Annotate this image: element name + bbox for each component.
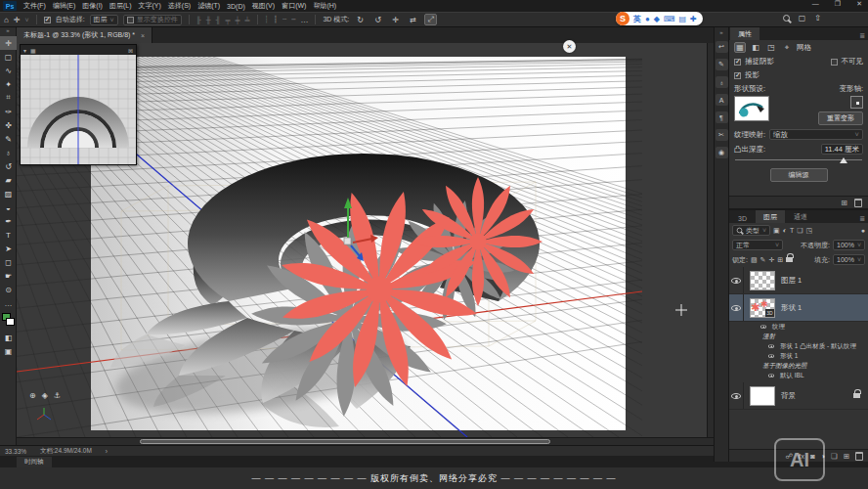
filter-smartobject-icon[interactable]: ◳ bbox=[806, 227, 813, 235]
opacity-dropdown[interactable]: 100%˅ bbox=[833, 240, 865, 250]
blend-mode-dropdown[interactable]: 正常˅ bbox=[732, 240, 783, 250]
deform-icon[interactable]: ◧ bbox=[750, 42, 761, 53]
blur-tool[interactable]: ◒ bbox=[0, 200, 17, 214]
ime-skin-icon[interactable]: ▤ bbox=[679, 15, 687, 23]
quick-selection-tool[interactable]: ✦ bbox=[0, 77, 17, 91]
layer-row[interactable]: 图层 1 bbox=[729, 267, 868, 294]
catch-shadows-checkbox[interactable] bbox=[734, 59, 741, 66]
overlay-close-icon[interactable]: ✕ bbox=[563, 40, 576, 53]
edit-source-button[interactable]: 编辑源 bbox=[770, 168, 828, 182]
layer-name[interactable]: 图层 1 bbox=[781, 276, 802, 286]
horizontal-scrollbar[interactable] bbox=[17, 437, 714, 445]
distribute-v-icon[interactable]: ┆ bbox=[265, 16, 269, 23]
3d-orbit-icon[interactable]: ↻ bbox=[354, 14, 367, 25]
menu-edit[interactable]: 编辑(E) bbox=[53, 1, 75, 11]
transform-controls-checkbox[interactable] bbox=[127, 17, 134, 23]
color-swatches[interactable] bbox=[0, 313, 17, 331]
ime-keyboard-icon[interactable]: ⌨ bbox=[664, 15, 675, 23]
distribute-gap-icon[interactable]: ┄ bbox=[282, 16, 286, 23]
hand-tool[interactable]: ☛ bbox=[0, 269, 17, 283]
close-button[interactable]: ✕ bbox=[856, 0, 862, 8]
visibility-eye-icon[interactable] bbox=[768, 344, 774, 348]
menu-type[interactable]: 文字(Y) bbox=[138, 1, 160, 11]
align-top-icon[interactable]: ╤ bbox=[226, 17, 231, 23]
tab-close-icon[interactable]: × bbox=[141, 32, 145, 39]
more-options-icon[interactable]: … bbox=[300, 16, 308, 24]
menu-image[interactable]: 图像(I) bbox=[82, 1, 103, 11]
texture-item-row[interactable]: 形状 1 bbox=[729, 351, 868, 361]
quick-mask-button[interactable]: ◧ bbox=[0, 331, 17, 344]
menu-window[interactable]: 窗口(W) bbox=[282, 1, 306, 11]
ime-lang[interactable]: 英 bbox=[633, 14, 641, 24]
menu-filter[interactable]: 滤镜(T) bbox=[197, 1, 220, 11]
ime-toolbox-icon[interactable]: ✚ bbox=[690, 15, 697, 23]
swap-view-icon[interactable]: ⊠ bbox=[128, 47, 133, 54]
paragraph-panel-icon[interactable]: ¶ bbox=[716, 111, 728, 123]
layer-name[interactable]: 形状 1 bbox=[781, 303, 802, 313]
history-icon[interactable]: ↩ bbox=[716, 41, 728, 53]
minimize-button[interactable]: — bbox=[812, 0, 819, 8]
eraser-tool[interactable]: ▰ bbox=[0, 173, 17, 187]
background-color[interactable] bbox=[6, 318, 15, 326]
visibility-eye-icon[interactable] bbox=[731, 393, 741, 399]
filter-pixel-icon[interactable]: ▣ bbox=[773, 227, 780, 235]
canvas-viewport[interactable]: ▾ ▦ ⊠ bbox=[17, 43, 714, 445]
filter-toggle-icon[interactable]: ● bbox=[861, 227, 865, 234]
layer-mask-icon[interactable]: ◙ bbox=[810, 452, 815, 461]
background-layer-row[interactable]: 背景 bbox=[729, 382, 868, 410]
orbit-camera-icon[interactable]: ⊕ bbox=[29, 391, 36, 400]
panel-menu-icon[interactable]: ≣ bbox=[859, 32, 868, 40]
lock-position-icon[interactable]: ✛ bbox=[768, 256, 774, 264]
zoom-tool[interactable]: ⊙ bbox=[0, 283, 17, 296]
link-layers-icon[interactable]: ☍ bbox=[785, 452, 793, 461]
3d-roll-icon[interactable]: ↺ bbox=[371, 14, 384, 25]
coordinates-icon[interactable]: ⌖ bbox=[781, 42, 793, 53]
distribute-h-icon[interactable]: ┇ bbox=[274, 16, 278, 23]
menu-help[interactable]: 帮助(H) bbox=[313, 1, 336, 11]
edit-toolbar-icon[interactable]: … bbox=[0, 296, 17, 310]
new-group-icon[interactable]: ❏ bbox=[831, 452, 838, 461]
mesh-icon[interactable]: ▦ bbox=[734, 42, 746, 53]
grid-view-icon[interactable]: ⊞ bbox=[841, 199, 847, 207]
3d-scale-icon[interactable]: ⤢ bbox=[424, 14, 437, 25]
restore-button[interactable]: ❐ bbox=[835, 0, 841, 8]
background-thumbnail[interactable] bbox=[750, 386, 775, 406]
align-left-icon[interactable]: ╟ bbox=[196, 17, 201, 23]
layer-thumbnail[interactable] bbox=[750, 271, 775, 290]
toolbar-collapse-icon[interactable]: » bbox=[0, 27, 16, 36]
filter-shape-icon[interactable]: ❏ bbox=[797, 227, 803, 235]
pan-camera-icon[interactable]: ◈ bbox=[42, 391, 48, 400]
type-tool[interactable]: T bbox=[0, 228, 17, 242]
layer-row-selected[interactable]: ✱ ✱ 3D 形状 1 bbox=[729, 294, 868, 322]
texture-item-row[interactable]: 形状 1 凸出材质 - 默认纹理 bbox=[729, 341, 868, 351]
texture-group-row[interactable]: 纹理 bbox=[729, 322, 868, 332]
menu-file[interactable]: 文件(F) bbox=[23, 1, 46, 11]
secondary-view-panel[interactable]: ▾ ▦ ⊠ bbox=[20, 44, 137, 165]
visibility-eye-icon[interactable] bbox=[731, 305, 741, 311]
ime-mode-icon[interactable]: ● bbox=[645, 15, 650, 23]
filter-type-dropdown[interactable]: 类型 ˅ bbox=[732, 225, 770, 236]
visibility-eye-icon[interactable] bbox=[768, 374, 774, 378]
visibility-eye-icon[interactable] bbox=[760, 325, 766, 329]
3d-slide-icon[interactable]: ⇄ bbox=[407, 14, 419, 25]
expand-panels-icon[interactable]: » bbox=[719, 29, 722, 35]
menu-layer[interactable]: 图层(L) bbox=[109, 1, 132, 11]
home-icon[interactable]: ⌂ bbox=[4, 16, 9, 24]
search-icon[interactable] bbox=[783, 15, 790, 22]
auto-select-checkbox[interactable] bbox=[44, 17, 51, 23]
shape-preset-thumbnail[interactable] bbox=[734, 96, 769, 121]
filter-adjustment-icon[interactable]: ◐ bbox=[783, 227, 787, 234]
move-tool-icon[interactable]: ✛ bbox=[14, 16, 21, 24]
camera-controls[interactable]: ⊕ ◈ ⚓ bbox=[29, 391, 61, 400]
healing-brush-tool[interactable]: ✜ bbox=[0, 118, 17, 132]
ime-toolbar[interactable]: S 英 ● ◆ ⌨ ▤ ✚ bbox=[616, 12, 703, 25]
pen-tool[interactable]: ✒ bbox=[0, 214, 17, 228]
align-bottom-icon[interactable]: ╧ bbox=[245, 17, 250, 23]
new-layer-icon[interactable]: ⊞ bbox=[844, 452, 849, 461]
status-arrow-icon[interactable]: › bbox=[106, 448, 108, 455]
dolly-camera-icon[interactable]: ⚓ bbox=[54, 391, 61, 400]
lasso-tool[interactable]: ∿ bbox=[0, 64, 17, 77]
history-brush-tool[interactable]: ↺ bbox=[0, 159, 17, 173]
extrusion-depth-slider[interactable] bbox=[735, 156, 862, 164]
ibl-item-row[interactable]: 默认 IBL bbox=[729, 371, 868, 380]
